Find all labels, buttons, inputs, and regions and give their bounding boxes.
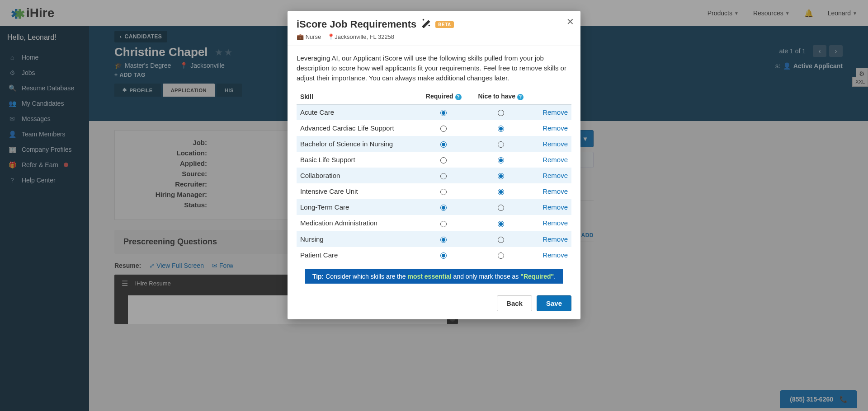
beta-badge: BETA xyxy=(435,21,453,28)
skill-row: Bachelor of Science in NursingRemove xyxy=(297,136,571,152)
skill-name: Nursing xyxy=(297,231,418,247)
skill-row: Intensive Care UnitRemove xyxy=(297,183,571,199)
modal-subheader: 💼 Nurse 📍Jacksonville, FL 32258 xyxy=(297,33,571,40)
nice-radio[interactable] xyxy=(498,173,504,179)
remove-link[interactable]: Remove xyxy=(533,136,571,152)
col-nice: Nice to have? xyxy=(469,89,533,104)
remove-link[interactable]: Remove xyxy=(533,199,571,215)
modal-overlay: iScore Job Requirements BETA ✕ 💼 Nurse 📍… xyxy=(0,0,868,411)
required-radio[interactable] xyxy=(440,157,447,163)
pin-icon: 📍 xyxy=(327,33,335,40)
svg-point-0 xyxy=(423,19,424,20)
skill-name: Long-Term Care xyxy=(297,199,418,215)
skill-row: NursingRemove xyxy=(297,231,571,247)
modal-intro: Leveraging AI, our Applicant iScore will… xyxy=(297,53,571,83)
nice-radio[interactable] xyxy=(498,189,504,195)
modal-title: iScore Job Requirements xyxy=(297,19,416,30)
skill-name: Basic Life Support xyxy=(297,152,418,168)
modal-body: Leveraging AI, our Applicant iScore will… xyxy=(288,46,580,289)
svg-point-1 xyxy=(429,25,430,26)
nice-radio[interactable] xyxy=(498,157,504,163)
modal-header: iScore Job Requirements BETA ✕ 💼 Nurse 📍… xyxy=(288,11,580,46)
remove-link[interactable]: Remove xyxy=(533,215,571,231)
save-button[interactable]: Save xyxy=(537,295,571,311)
skill-row: Long-Term CareRemove xyxy=(297,199,571,215)
required-radio[interactable] xyxy=(440,110,447,116)
skill-row: Basic Life SupportRemove xyxy=(297,152,571,168)
nice-radio[interactable] xyxy=(498,110,504,116)
help-icon[interactable]: ? xyxy=(455,94,462,100)
col-remove xyxy=(533,89,571,104)
required-radio[interactable] xyxy=(440,173,447,179)
nice-radio[interactable] xyxy=(498,205,504,211)
nice-radio[interactable] xyxy=(498,221,504,227)
required-radio[interactable] xyxy=(440,205,447,211)
skill-name: Collaboration xyxy=(297,168,418,183)
skill-name: Intensive Care Unit xyxy=(297,183,418,199)
skill-row: Medication AdministrationRemove xyxy=(297,215,571,231)
remove-link[interactable]: Remove xyxy=(533,183,571,199)
skills-table: Skill Required? Nice to have? Acute Care… xyxy=(297,89,571,262)
required-radio[interactable] xyxy=(440,141,447,148)
close-icon[interactable]: ✕ xyxy=(566,16,574,27)
skill-name: Advanced Cardiac Life Support xyxy=(297,120,418,136)
skill-name: Medication Administration xyxy=(297,215,418,231)
remove-link[interactable]: Remove xyxy=(533,152,571,168)
skill-row: Patient CareRemove xyxy=(297,247,571,263)
col-required: Required? xyxy=(418,89,469,104)
modal-footer: Back Save xyxy=(288,289,580,319)
skill-name: Bachelor of Science in Nursing xyxy=(297,136,418,152)
remove-link[interactable]: Remove xyxy=(533,104,571,121)
remove-link[interactable]: Remove xyxy=(533,247,571,263)
iscore-modal: iScore Job Requirements BETA ✕ 💼 Nurse 📍… xyxy=(288,11,580,319)
back-button[interactable]: Back xyxy=(497,295,532,311)
col-skill: Skill xyxy=(297,89,418,104)
skill-row: CollaborationRemove xyxy=(297,168,571,183)
modal-location: Jacksonville, FL 32258 xyxy=(335,33,394,40)
required-radio[interactable] xyxy=(440,126,447,132)
briefcase-icon: 💼 Nurse xyxy=(297,33,321,40)
required-radio[interactable] xyxy=(440,221,447,227)
skill-name: Acute Care xyxy=(297,104,418,121)
skill-name: Patient Care xyxy=(297,247,418,263)
nice-radio[interactable] xyxy=(498,252,504,259)
remove-link[interactable]: Remove xyxy=(533,120,571,136)
tip-bar: Tip: Consider which skills are the most … xyxy=(305,269,563,284)
skill-row: Advanced Cardiac Life SupportRemove xyxy=(297,120,571,136)
nice-radio[interactable] xyxy=(498,141,504,148)
required-radio[interactable] xyxy=(440,237,447,243)
modal-title-row: iScore Job Requirements BETA xyxy=(297,18,571,31)
nice-radio[interactable] xyxy=(498,237,504,243)
required-radio[interactable] xyxy=(440,189,447,195)
skill-row: Acute CareRemove xyxy=(297,104,571,121)
nice-radio[interactable] xyxy=(498,126,504,132)
help-icon[interactable]: ? xyxy=(517,94,524,100)
remove-link[interactable]: Remove xyxy=(533,168,571,183)
required-radio[interactable] xyxy=(440,252,447,259)
magic-wand-icon xyxy=(421,18,431,31)
remove-link[interactable]: Remove xyxy=(533,231,571,247)
